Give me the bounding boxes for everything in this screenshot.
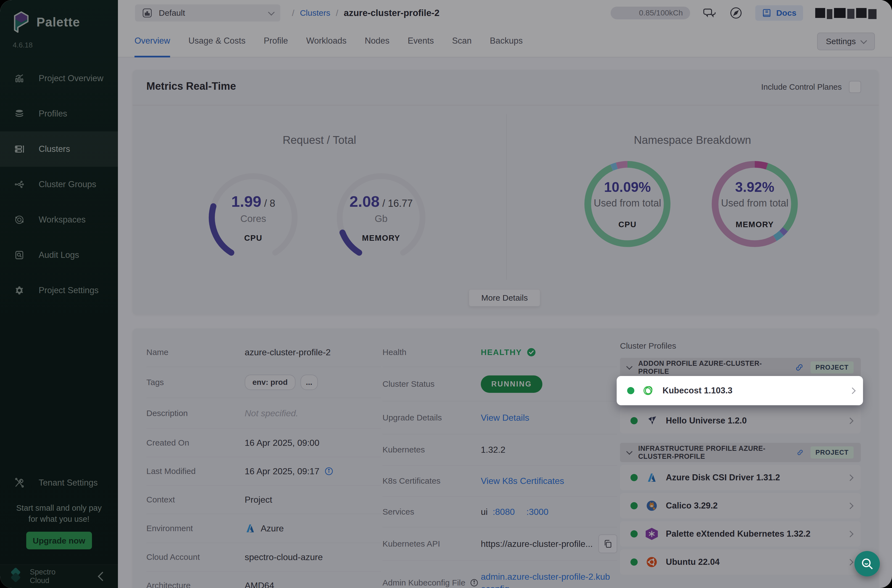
spectro-diamond-icon	[8, 568, 25, 585]
tab-nodes[interactable]: Nodes	[365, 26, 390, 57]
profile-row-calico[interactable]: Calico 3.29.2	[620, 493, 861, 518]
field-health: Health HEALTHY	[383, 338, 617, 367]
sidebar-item-tenant-settings[interactable]: Tenant Settings	[0, 465, 118, 501]
memory-used-caption: Used from total	[721, 197, 788, 209]
field-services: Services ui :8080 :3000	[383, 496, 617, 527]
spectro-cloud-logo: Spectro Cloud	[0, 568, 56, 585]
sidebar-item-label: Profiles	[39, 109, 67, 119]
link-icon[interactable]	[795, 363, 804, 372]
more-details-button[interactable]: More Details	[469, 289, 540, 306]
sidebar-item-clusters[interactable]: Clusters	[0, 131, 118, 167]
running-status-badge: RUNNING	[481, 375, 542, 393]
tag-more-pill[interactable]: ...	[300, 375, 318, 390]
details-left-column: Name azure-cluster-profile-2 Tags env: p…	[146, 338, 381, 588]
include-control-planes-checkbox[interactable]	[849, 81, 861, 93]
chevron-down-icon	[626, 364, 633, 370]
tab-backups[interactable]: Backups	[490, 26, 523, 57]
field-label: Name	[146, 348, 245, 357]
info-icon[interactable]	[470, 578, 479, 587]
breadcrumb-separator: /	[336, 8, 338, 18]
addon-profile-header[interactable]: ADDON PROFILE AZURE-CLUSTER-PROFILE PROJ…	[620, 358, 861, 377]
field-admin-kubeconfig: Admin Kubeconfig File admin.azure-cluste…	[383, 561, 617, 588]
field-cloud-account: Cloud Account spectro-cloud-azure	[146, 543, 381, 572]
status-dot	[631, 474, 638, 481]
service-port-link[interactable]: :3000	[526, 507, 548, 517]
profile-row-azure-disk[interactable]: Azure Disk CSI Driver 1.31.2	[620, 465, 861, 490]
status-dot	[631, 530, 638, 537]
cluster-details-card: Name azure-cluster-profile-2 Tags env: p…	[132, 328, 879, 588]
link-icon[interactable]	[796, 448, 804, 457]
service-port-link[interactable]: :8080	[493, 507, 515, 517]
memory-request-total: / 16.77	[382, 198, 413, 209]
profile-name: Calico 3.29.2	[666, 501, 718, 511]
status-dot	[627, 387, 634, 394]
view-details-link[interactable]: View Details	[481, 413, 529, 423]
chat-icon	[702, 6, 716, 20]
view-certificates-link[interactable]: View K8s Certificates	[481, 476, 564, 486]
chat-button[interactable]	[702, 6, 716, 20]
field-label: Cloud Account	[146, 552, 245, 562]
tab-profile[interactable]: Profile	[264, 26, 288, 57]
field-label: Cluster Status	[383, 379, 481, 388]
tab-usage-costs[interactable]: Usage & Costs	[188, 26, 246, 57]
health-status: HEALTHY	[481, 348, 522, 357]
cpu-request-total: / 8	[264, 198, 275, 209]
sidebar-item-project-overview[interactable]: Project Overview	[0, 61, 118, 96]
azure-icon	[245, 523, 256, 534]
project-selector-value: Default	[159, 8, 185, 18]
explore-button[interactable]	[729, 6, 743, 20]
cpu-request-unit: Cores	[240, 213, 266, 224]
hello-universe-icon	[646, 414, 658, 427]
tab-workloads[interactable]: Workloads	[306, 26, 347, 57]
sidebar-item-project-settings[interactable]: Project Settings	[0, 273, 118, 308]
project-selector[interactable]: Default	[135, 4, 280, 21]
profile-row-kubecost[interactable]: Kubecost 1.103.3	[617, 376, 863, 405]
app-window: Palette 4.6.18 Project Overview Profiles	[0, 0, 892, 588]
infrastructure-profile-header[interactable]: INFRASTRUCTURE PROFILE AZURE-CLUSTER-PRO…	[620, 443, 861, 462]
docs-button[interactable]: Docs	[755, 5, 803, 21]
sidebar-item-cluster-groups[interactable]: Cluster Groups	[0, 167, 118, 202]
tab-events[interactable]: Events	[408, 26, 434, 57]
sidebar-item-profiles[interactable]: Profiles	[0, 96, 118, 131]
search-fab-button[interactable]	[854, 551, 880, 576]
palette-logo[interactable]: Palette	[12, 10, 80, 34]
service-name: ui	[481, 507, 488, 517]
metrics-header: Metrics Real-Time Include Control Planes	[132, 70, 879, 105]
settings-button[interactable]: Settings	[817, 33, 875, 50]
sidebar-item-audit-logs[interactable]: Audit Logs	[0, 237, 118, 273]
kubeconfig-download-link[interactable]: admin.azure-cluster-profile-2.kubeconfig	[481, 571, 611, 588]
cpu-namespace-donut: 10.09% Used from total CPU	[582, 159, 673, 249]
tab-scan[interactable]: Scan	[452, 26, 472, 57]
project-scope-badge: PROJECT	[811, 362, 854, 374]
field-label: Kubernetes	[383, 445, 481, 454]
cpu-donut-label: CPU	[618, 220, 637, 229]
field-value: Not specified.	[245, 408, 298, 418]
profile-row-pxk[interactable]: Palette eXtended Kubernetes 1.32.2	[620, 521, 861, 547]
tab-overview[interactable]: Overview	[135, 26, 170, 57]
copy-button[interactable]	[598, 534, 617, 553]
info-icon[interactable]	[324, 466, 333, 476]
status-dot	[631, 417, 638, 424]
memory-request-gauge: 2.08 / 16.77 Gb MEMORY	[334, 171, 428, 264]
status-dot	[631, 502, 638, 509]
upgrade-now-button[interactable]: Upgrade now	[26, 532, 92, 549]
profile-row-hello-universe[interactable]: Hello Universe 1.2.0	[620, 408, 861, 434]
sidebar: Palette 4.6.18 Project Overview Profiles	[0, 0, 118, 588]
field-value: 1.32.2	[481, 445, 505, 455]
ubuntu-icon	[646, 556, 658, 568]
cpu-used-percent: 10.09%	[604, 179, 651, 195]
field-label: Tags	[146, 378, 245, 387]
field-description: Description Not specified.	[146, 398, 381, 429]
breadcrumb-clusters-link[interactable]: Clusters	[300, 8, 330, 18]
metrics-card: Metrics Real-Time Include Control Planes…	[132, 70, 879, 315]
profile-row-ubuntu[interactable]: Ubuntu 22.04	[620, 549, 861, 575]
request-total-title: Request / Total	[132, 134, 506, 146]
breadcrumb-current: azure-cluster-profile-2	[344, 8, 440, 18]
tag-pill[interactable]: env: prod	[245, 375, 296, 390]
memory-namespace-donut: 3.92% Used from total MEMORY	[709, 159, 800, 249]
memory-request-value: 2.08	[349, 192, 380, 210]
user-menu-redacted[interactable]	[815, 7, 877, 19]
collapse-sidebar-chevron[interactable]	[98, 572, 107, 581]
api-url: https://azure-cluster-profile...	[481, 539, 593, 549]
sidebar-item-workspaces[interactable]: Workspaces	[0, 202, 118, 237]
